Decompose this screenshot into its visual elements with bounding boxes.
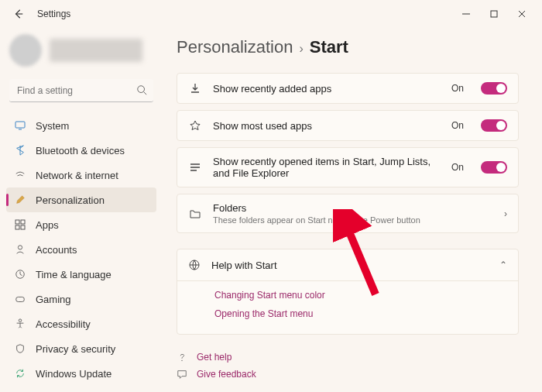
svg-point-10 — [19, 319, 22, 322]
help-header[interactable]: Help with Start ⌃ — [177, 249, 518, 280]
close-button[interactable] — [508, 2, 536, 26]
accounts-icon — [14, 243, 26, 256]
toggle-switch[interactable] — [481, 161, 507, 174]
sidebar-item-time[interactable]: Time & language — [6, 262, 156, 287]
profile-name — [50, 39, 142, 62]
setting-most-used[interactable]: Show most used apps On — [177, 110, 519, 141]
setting-label: Show most used apps — [213, 120, 441, 132]
svg-point-1 — [138, 86, 145, 93]
sidebar-item-system[interactable]: System — [6, 113, 156, 138]
help-section: Help with Start ⌃ Changing Start menu co… — [177, 249, 519, 335]
svg-rect-3 — [15, 220, 19, 224]
help-icon — [177, 352, 189, 363]
breadcrumb-parent[interactable]: Personalization — [177, 37, 293, 57]
setting-label: Show recently added apps — [213, 83, 441, 95]
list-icon — [188, 160, 202, 174]
window-controls — [452, 2, 536, 26]
search-box[interactable] — [9, 79, 153, 102]
chevron-right-icon: › — [504, 208, 507, 219]
toggle-switch[interactable] — [481, 119, 507, 132]
sidebar-item-bluetooth[interactable]: Bluetooth & devices — [6, 138, 156, 163]
personalization-icon — [14, 194, 26, 206]
sidebar-item-label: Accounts — [36, 244, 77, 256]
sidebar-item-gaming[interactable]: Gaming — [6, 287, 156, 311]
sidebar-item-label: Bluetooth & devices — [36, 145, 125, 156]
system-icon — [14, 119, 26, 132]
get-help-link[interactable]: Get help — [177, 349, 519, 366]
update-icon — [14, 367, 26, 380]
sidebar-item-network[interactable]: Network & internet — [6, 163, 156, 187]
maximize-button[interactable] — [480, 2, 508, 26]
time-icon — [14, 268, 26, 280]
bluetooth-icon — [14, 144, 26, 156]
minimize-button[interactable] — [452, 2, 480, 26]
accessibility-icon — [14, 318, 26, 330]
chevron-right-icon: › — [299, 42, 303, 56]
avatar — [9, 34, 42, 67]
toggle-state: On — [451, 83, 464, 94]
star-icon — [188, 119, 202, 132]
download-icon — [188, 81, 202, 95]
folder-icon — [188, 207, 202, 221]
sidebar: System Bluetooth & devices Network & int… — [0, 28, 163, 392]
svg-rect-4 — [21, 220, 25, 224]
sidebar-item-personalization[interactable]: Personalization — [6, 187, 156, 212]
gaming-icon — [14, 293, 26, 305]
help-title: Help with Start — [211, 260, 489, 271]
help-links: Changing Start menu color Opening the St… — [177, 280, 518, 334]
wifi-icon — [14, 169, 26, 181]
globe-icon — [188, 259, 201, 271]
breadcrumb-current: Start — [310, 37, 348, 57]
svg-point-12 — [181, 360, 182, 361]
svg-rect-0 — [491, 11, 497, 17]
sidebar-item-label: Accessibility — [36, 318, 91, 330]
toggle-state: On — [451, 120, 464, 131]
sidebar-item-label: Network & internet — [36, 170, 118, 181]
sidebar-item-label: Privacy & security — [36, 343, 115, 355]
svg-point-7 — [18, 246, 22, 249]
setting-recently-added[interactable]: Show recently added apps On — [177, 73, 519, 104]
search-input[interactable] — [9, 79, 153, 102]
setting-subtext: These folders appear on Start next to th… — [213, 215, 493, 225]
privacy-icon — [14, 342, 26, 355]
sidebar-item-label: Apps — [36, 219, 59, 231]
sidebar-item-apps[interactable]: Apps — [6, 212, 156, 237]
setting-label: Folders These folders appear on Start ne… — [213, 202, 493, 225]
sidebar-item-accessibility[interactable]: Accessibility — [6, 311, 156, 336]
give-feedback-link[interactable]: Give feedback — [177, 366, 519, 383]
svg-rect-9 — [16, 297, 25, 301]
arrow-left-icon — [13, 9, 24, 19]
setting-label: Show recently opened items in Start, Jum… — [213, 156, 441, 179]
sidebar-item-label: Personalization — [36, 194, 105, 206]
setting-folders[interactable]: Folders These folders appear on Start ne… — [177, 194, 519, 233]
chevron-up-icon: ⌃ — [499, 260, 507, 270]
svg-rect-5 — [15, 225, 19, 229]
apps-icon — [14, 218, 26, 231]
main-panel: Personalization › Start Show recently ad… — [163, 28, 542, 392]
window-title: Settings — [37, 9, 70, 19]
setting-recent-items[interactable]: Show recently opened items in Start, Jum… — [177, 147, 519, 187]
sidebar-item-accounts[interactable]: Accounts — [6, 237, 156, 262]
help-link-open[interactable]: Opening the Start menu — [214, 304, 507, 323]
back-button[interactable] — [6, 2, 31, 26]
profile-section[interactable] — [6, 28, 156, 76]
search-icon — [136, 84, 147, 95]
nav-list: System Bluetooth & devices Network & int… — [6, 113, 156, 386]
sidebar-item-label: Time & language — [36, 269, 111, 280]
sidebar-item-label: System — [36, 120, 69, 132]
sidebar-item-label: Gaming — [36, 294, 71, 305]
feedback-icon — [177, 369, 189, 380]
help-link-color[interactable]: Changing Start menu color — [214, 286, 507, 304]
sidebar-item-privacy[interactable]: Privacy & security — [6, 336, 156, 361]
svg-rect-2 — [15, 122, 25, 128]
sidebar-item-update[interactable]: Windows Update — [6, 361, 156, 386]
footer-links: Get help Give feedback — [177, 349, 519, 383]
title-bar: Settings — [0, 0, 542, 28]
toggle-state: On — [451, 162, 464, 173]
toggle-switch[interactable] — [481, 82, 507, 95]
sidebar-item-label: Windows Update — [36, 368, 111, 380]
breadcrumb: Personalization › Start — [177, 37, 519, 57]
svg-rect-6 — [21, 225, 25, 229]
